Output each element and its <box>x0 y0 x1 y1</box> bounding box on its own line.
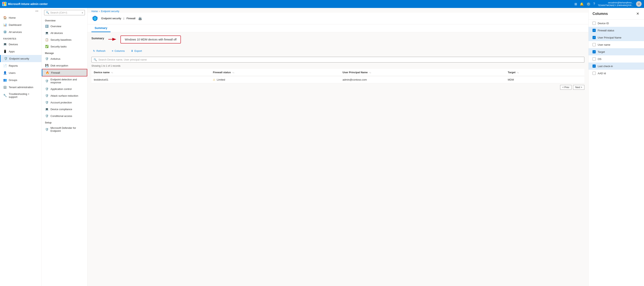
checkbox-aad-id[interactable] <box>592 72 596 75</box>
avatar[interactable]: U <box>636 1 642 7</box>
portal-icon[interactable]: ⊞ <box>574 2 577 6</box>
sidebar-item-label: Tenant administration <box>9 86 34 89</box>
checkbox-device-id[interactable] <box>592 22 596 25</box>
sidebar-item-users[interactable]: 👤 Users <box>0 69 42 76</box>
page-header-icon <box>92 15 98 22</box>
column-label-aad-id: AAD Id <box>598 72 606 75</box>
nav-item-endpoint-detection[interactable]: 🛡️ Endpoint detection and response <box>42 76 87 86</box>
firewall-icon: 🔥 <box>46 71 49 74</box>
nav-item-label: Disk encryption <box>50 64 68 67</box>
column-item-upn[interactable]: ✓ User Principal Name <box>588 34 644 41</box>
checkbox-firewall-status[interactable]: ✓ <box>592 29 596 32</box>
ms-logo <box>2 2 6 6</box>
sort-icon[interactable]: ↑↓ <box>111 71 113 74</box>
nav-item-firewall[interactable]: 🔥 Firewall <box>42 69 87 76</box>
troubleshooting-icon: 🔧 <box>3 94 7 97</box>
column-item-last-checkin[interactable]: ✓ Last check-in <box>588 63 644 70</box>
checkbox-target[interactable]: ✓ <box>592 50 596 53</box>
tabs-row: Summary <box>88 24 588 32</box>
svg-rect-3 <box>4 4 6 5</box>
close-columns-panel-button[interactable]: ✕ <box>636 11 640 16</box>
sidebar-item-all-services[interactable]: ⚙️ All services <box>0 28 42 35</box>
ms-defender-icon: 🛡️ <box>45 128 48 131</box>
firewall-card-label: Windows 10 MDM devices with firewall off <box>125 38 176 41</box>
svg-rect-1 <box>4 2 6 4</box>
disk-encryption-icon: 💾 <box>45 64 48 67</box>
settings-icon[interactable]: ⚙️ <box>586 2 590 6</box>
column-item-firewall-status[interactable]: ✓ Firewall status <box>588 27 644 34</box>
table-row[interactable]: testdevice01 ⚠ Limited admin@contoso.com… <box>92 76 584 83</box>
column-item-os[interactable]: OS <box>588 55 644 63</box>
sidebar-item-apps[interactable]: 📱 Apps <box>0 48 42 55</box>
checkbox-os[interactable] <box>592 57 596 61</box>
users-icon: 👤 <box>3 71 7 75</box>
columns-panel-title: Columns <box>592 12 608 16</box>
firewall-card[interactable]: Windows 10 MDM devices with firewall off <box>120 35 181 43</box>
column-label-os: OS <box>598 58 602 61</box>
page-header: Endpoint security | Firewall 🖨️ <box>88 13 588 24</box>
breadcrumb-parent[interactable]: Endpoint security <box>101 10 119 13</box>
checkbox-user-name[interactable] <box>592 43 596 46</box>
checkbox-upn[interactable]: ✓ <box>592 36 596 39</box>
sort-icon[interactable]: ↑↓ <box>517 71 519 74</box>
endpoint-security-icon: 🛡️ <box>4 57 7 60</box>
nav-item-conditional-access[interactable]: 🛡️ Conditional access <box>42 113 87 119</box>
nav-item-antivirus[interactable]: 🛡️ Antivirus <box>42 55 87 62</box>
column-item-user-name[interactable]: User name <box>588 41 644 48</box>
tab-summary[interactable]: Summary <box>92 24 110 32</box>
nav-item-security-tasks[interactable]: ✅ Security tasks <box>42 43 87 50</box>
print-icon[interactable]: 🖨️ <box>138 16 142 20</box>
sort-icon[interactable]: ↑↓ <box>369 71 371 74</box>
sidebar-item-reports[interactable]: 📄 Reports <box>0 62 42 69</box>
sidebar-collapse-button[interactable]: << <box>0 8 42 14</box>
refresh-button[interactable]: ↻ Refresh <box>92 49 107 53</box>
nav-item-account-protection[interactable]: 🛡️ Account protection <box>42 99 87 106</box>
table-search-box[interactable]: 🔍 <box>92 57 584 63</box>
home-icon: 🏠 <box>3 16 7 19</box>
nav-item-security-baselines[interactable]: 📋 Security baselines <box>42 36 87 43</box>
next-page-button[interactable]: Next > <box>573 85 584 90</box>
sidebar-item-groups[interactable]: 👥 Groups <box>0 76 42 84</box>
prev-page-button[interactable]: < Prev <box>560 85 572 90</box>
columns-button[interactable]: ≡ Columns <box>110 49 126 53</box>
sidebar-item-endpoint-security[interactable]: 🛡️ Endpoint security <box>0 55 42 62</box>
all-devices-icon: 💻 <box>45 31 48 35</box>
secondary-search-box[interactable]: 🔍 » <box>44 10 85 15</box>
column-item-device-id[interactable]: Device ID <box>588 20 644 27</box>
column-item-aad-id[interactable]: AAD Id <box>588 70 644 77</box>
nav-item-overview[interactable]: ℹ️ Overview <box>42 23 87 29</box>
bell-icon[interactable]: 🔔 <box>580 2 584 6</box>
nav-item-device-compliance[interactable]: 💻 Device compliance <box>42 106 87 113</box>
sidebar-item-devices[interactable]: 💻 Devices <box>0 41 42 48</box>
nav-item-application-control[interactable]: 🛡️ Application control <box>42 86 87 92</box>
nav-item-all-devices[interactable]: 💻 All devices <box>42 29 87 36</box>
sidebar-item-label: Troubleshooting + support <box>9 93 38 98</box>
page-main: Home › Endpoint security Endpoint securi… <box>88 8 588 286</box>
sidebar-item-dashboard[interactable]: 📊 Dashboard <box>0 21 42 28</box>
nav-item-disk-encryption[interactable]: 💾 Disk encryption <box>42 62 87 69</box>
nav-item-label: Security baselines <box>50 38 72 41</box>
nav-item-label: Attack surface reduction <box>50 94 78 97</box>
table-search-input[interactable] <box>98 58 582 61</box>
table-header-row: Device name ↑↓ Firewall status ↑↓ User P… <box>92 69 584 76</box>
nav-item-label: Overview <box>50 25 61 28</box>
security-baselines-icon: 📋 <box>45 38 48 41</box>
sidebar-item-home[interactable]: 🏠 Home <box>0 14 42 21</box>
collapse-icon[interactable]: » <box>82 11 83 14</box>
help-icon[interactable]: ? <box>593 2 595 6</box>
export-button[interactable]: ⬇ Export <box>130 49 144 53</box>
sidebar-item-tenant-admin[interactable]: 🏢 Tenant administration <box>0 84 42 91</box>
checkbox-last-checkin[interactable]: ✓ <box>592 64 596 68</box>
secondary-search-input[interactable] <box>50 11 80 14</box>
sidebar-item-label: Users <box>9 71 16 74</box>
breadcrumb: Home › Endpoint security <box>88 8 588 13</box>
sidebar-item-troubleshooting[interactable]: 🔧 Troubleshooting + support <box>0 91 42 100</box>
sidebar-item-label: Apps <box>9 50 15 53</box>
warning-icon: ⚠ <box>213 78 215 81</box>
nav-item-ms-defender[interactable]: 🛡️ Microsoft Defender for Endpoint <box>42 125 87 134</box>
column-item-target[interactable]: ✓ Target <box>588 48 644 55</box>
breadcrumb-home[interactable]: Home <box>92 10 98 13</box>
nav-item-attack-surface[interactable]: 🛡️ Attack surface reduction <box>42 92 87 99</box>
column-label-device-id: Device ID <box>598 22 609 25</box>
sort-icon[interactable]: ↑↓ <box>232 71 234 74</box>
